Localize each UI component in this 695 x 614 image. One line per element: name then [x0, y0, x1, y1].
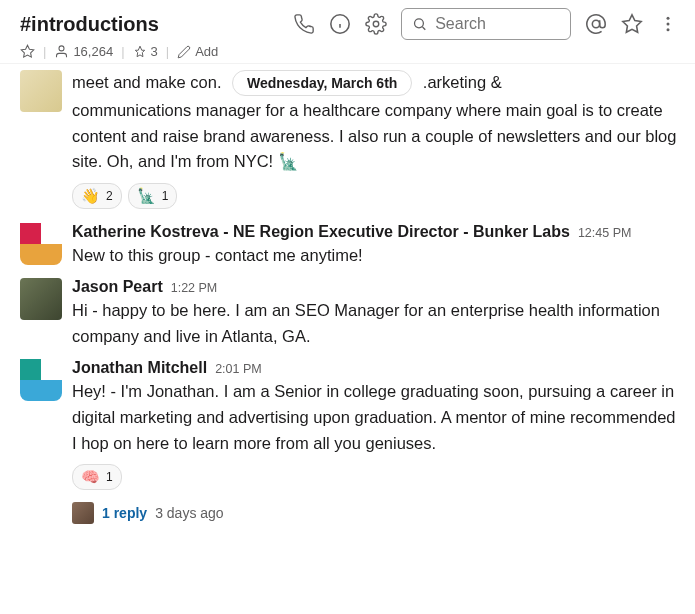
message: Katherine Kostreva - NE Region Executive… [20, 223, 679, 269]
star-icon[interactable] [621, 13, 643, 35]
message-author[interactable]: Jonathan Mitchell [72, 359, 207, 377]
message-text-truncated: .arketing & [423, 73, 502, 91]
reaction[interactable]: 🗽1 [128, 183, 178, 209]
message-text: Hi - happy to be here. I am an SEO Manag… [72, 298, 679, 349]
message-time: 12:45 PM [578, 226, 632, 240]
message-list: meet and make con. Wednesday, March 6th … [0, 64, 695, 524]
svg-point-9 [667, 23, 670, 26]
svg-point-4 [415, 19, 424, 28]
mention-icon[interactable] [585, 13, 607, 35]
svg-point-10 [667, 28, 670, 31]
more-icon[interactable] [657, 13, 679, 35]
avatar[interactable] [20, 359, 62, 401]
reaction[interactable]: 👋2 [72, 183, 122, 209]
gear-icon[interactable] [365, 13, 387, 35]
thread-time: 3 days ago [155, 505, 224, 521]
thread-avatar [72, 502, 94, 524]
pins-count[interactable]: 3 [133, 44, 158, 59]
svg-point-6 [592, 20, 599, 27]
info-icon[interactable] [329, 13, 351, 35]
channel-name[interactable]: #introductions [20, 13, 159, 36]
star-channel-icon[interactable] [20, 44, 35, 59]
message-author[interactable]: Jason Peart [72, 278, 163, 296]
svg-marker-7 [623, 15, 641, 32]
pin-icon [133, 45, 147, 59]
channel-header: #introductions [0, 0, 695, 64]
pencil-icon [177, 45, 191, 59]
svg-line-5 [423, 27, 426, 30]
members-count[interactable]: 16,264 [54, 44, 113, 59]
message-time: 2:01 PM [215, 362, 262, 376]
svg-point-3 [373, 21, 379, 27]
add-topic[interactable]: Add [177, 44, 218, 59]
message-text-truncated: meet and make con. [72, 73, 222, 91]
message-text: New to this group - contact me anytime! [72, 243, 679, 269]
phone-icon[interactable] [293, 13, 315, 35]
avatar[interactable] [20, 223, 62, 265]
message: meet and make con. Wednesday, March 6th … [20, 64, 679, 209]
svg-marker-11 [21, 45, 34, 57]
search-input[interactable] [435, 15, 560, 33]
date-divider[interactable]: Wednesday, March 6th [232, 70, 412, 96]
message-text: Hey! - I'm Jonathan. I am a Senior in co… [72, 379, 679, 456]
svg-point-8 [667, 17, 670, 20]
reaction[interactable]: 🧠1 [72, 464, 122, 490]
message-time: 1:22 PM [171, 281, 218, 295]
avatar[interactable] [20, 278, 62, 320]
message-text: communications manager for a healthcare … [72, 98, 679, 175]
message: Jason Peart 1:22 PM Hi - happy to be her… [20, 278, 679, 349]
avatar[interactable] [20, 70, 62, 112]
search-box[interactable] [401, 8, 571, 40]
svg-point-12 [59, 46, 64, 51]
person-icon [54, 44, 69, 59]
thread-summary[interactable]: 1 reply 3 days ago [72, 502, 679, 524]
thread-reply-count: 1 reply [102, 505, 147, 521]
search-icon [412, 15, 427, 33]
message-author[interactable]: Katherine Kostreva - NE Region Executive… [72, 223, 570, 241]
message: Jonathan Mitchell 2:01 PM Hey! - I'm Jon… [20, 359, 679, 524]
